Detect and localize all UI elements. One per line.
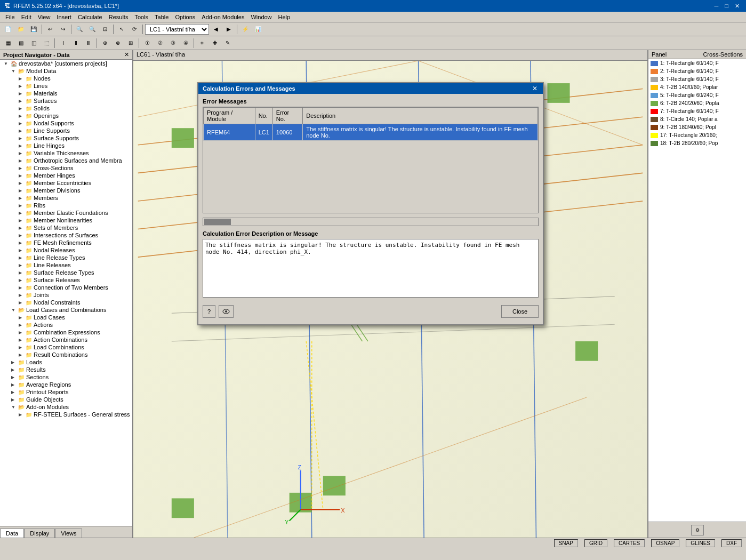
- tab-views[interactable]: Views: [55, 529, 82, 538]
- nav-item-47[interactable]: ▶📁RF-STEEL Surfaces - General stress: [0, 411, 132, 418]
- nav-item-27[interactable]: ▶📁Line Releases: [0, 261, 132, 269]
- nav-item-26[interactable]: ▶📁Line Release Types: [0, 254, 132, 261]
- nav-item-38[interactable]: ▶📁Load Combinations: [0, 343, 132, 351]
- cs-item-0[interactable]: 1: T-Rectangle 60/140; F: [648, 59, 746, 67]
- nav-item-41[interactable]: ▶📁Results: [0, 366, 132, 373]
- nav-item-13[interactable]: ▶📁Orthotropic Surfaces and Membra: [0, 157, 132, 164]
- tab-data[interactable]: Data: [0, 529, 24, 538]
- nav-item-44[interactable]: ▶📁Printout Reports: [0, 388, 132, 396]
- zoom-out-button[interactable]: 🔍: [86, 23, 98, 35]
- help-button[interactable]: ?: [203, 305, 215, 318]
- nav-item-30[interactable]: ▶📁Connection of Two Members: [0, 284, 132, 291]
- cross-section-list[interactable]: 1: T-Rectangle 60/140; F2: T-Rectangle 6…: [648, 59, 746, 522]
- tb2-btn10[interactable]: ⊞: [125, 37, 137, 49]
- select-button[interactable]: ↖: [116, 23, 127, 35]
- nav-item-4[interactable]: ▶📁Materials: [0, 90, 132, 97]
- calculation-errors-modal[interactable]: Calculation Errors and Messages ✕ Error …: [197, 82, 544, 325]
- menu-table[interactable]: Table: [151, 13, 172, 21]
- nav-item-8[interactable]: ▶📁Nodal Supports: [0, 119, 132, 127]
- nav-item-10[interactable]: ▶📁Surface Supports: [0, 134, 132, 142]
- close-dialog-button[interactable]: Close: [501, 305, 539, 318]
- tb2-btn2[interactable]: ▧: [15, 37, 27, 49]
- modal-close-button[interactable]: ✕: [531, 85, 539, 92]
- nav-item-14[interactable]: ▶📁Cross-Sections: [0, 164, 132, 172]
- nav-item-12[interactable]: ▶📁Variable Thicknesses: [0, 149, 132, 157]
- right-panel-settings[interactable]: ⚙: [691, 525, 704, 535]
- tb2-btn16[interactable]: ✚: [209, 37, 221, 49]
- cs-item-3[interactable]: 4: T-2B 140/0/60; Poplar: [648, 83, 746, 91]
- error-row-0[interactable]: RFEM64LC110060The stiffness matrix is si…: [204, 124, 538, 141]
- dxf-button[interactable]: DXF: [721, 539, 742, 547]
- zoom-in-button[interactable]: 🔍: [74, 23, 85, 35]
- desc-textarea[interactable]: [203, 239, 539, 298]
- nav-tree[interactable]: ▼🏠drevostavba* [customers projects]▼📂Mod…: [0, 60, 132, 526]
- cs-item-9[interactable]: 17: T-Rectangle 20/160;: [648, 131, 746, 139]
- nav-item-21[interactable]: ▶📁Member Nonlinearities: [0, 217, 132, 224]
- glines-button[interactable]: GLINES: [686, 539, 715, 547]
- osnap-button[interactable]: OSNAP: [651, 539, 679, 547]
- tb2-btn6[interactable]: Ⅱ: [70, 37, 82, 49]
- nav-item-46[interactable]: ▼📂Add-on Modules: [0, 403, 132, 411]
- menu-options[interactable]: Options: [172, 13, 198, 21]
- menu-help[interactable]: Help: [275, 13, 294, 21]
- menu-calculate[interactable]: Calculate: [75, 13, 106, 21]
- menu-results[interactable]: Results: [106, 13, 132, 21]
- fit-button[interactable]: ⊡: [99, 23, 111, 35]
- tb2-btn5[interactable]: Ⅰ: [57, 37, 69, 49]
- menu-insert[interactable]: Insert: [53, 13, 75, 21]
- tb2-btn11[interactable]: ①: [141, 37, 153, 49]
- tb2-btn8[interactable]: ⊕: [99, 37, 111, 49]
- grid-button[interactable]: GRID: [584, 539, 607, 547]
- rotate-button[interactable]: ⟳: [129, 23, 140, 35]
- menu-tools[interactable]: Tools: [131, 13, 151, 21]
- tab-display[interactable]: Display: [24, 529, 55, 538]
- tb2-btn13[interactable]: ③: [167, 37, 179, 49]
- error-table-wrapper[interactable]: Program / Module No. Error No. Descripti…: [203, 107, 539, 213]
- tb2-btn12[interactable]: ②: [154, 37, 166, 49]
- navigator-close[interactable]: ✕: [124, 51, 129, 58]
- tb2-btn4[interactable]: ⬚: [41, 37, 52, 49]
- nav-item-34[interactable]: ▶📁Load Cases: [0, 314, 132, 321]
- nav-item-3[interactable]: ▶📁Lines: [0, 82, 132, 90]
- nav-item-22[interactable]: ▶📁Sets of Members: [0, 224, 132, 231]
- nav-item-19[interactable]: ▶📁Ribs: [0, 202, 132, 209]
- cs-item-10[interactable]: 18: T-2B 280/20/60; Pop: [648, 139, 746, 147]
- cs-item-7[interactable]: 8: T-Circle 140; Poplar a: [648, 115, 746, 123]
- nav-item-18[interactable]: ▶📁Members: [0, 194, 132, 202]
- cs-item-2[interactable]: 3: T-Rectangle 60/140; F: [648, 75, 746, 83]
- cs-item-5[interactable]: 6: T-2B 240/20/60; Popla: [648, 99, 746, 107]
- nav-item-9[interactable]: ▶📁Line Supports: [0, 127, 132, 134]
- cs-item-6[interactable]: 7: T-Rectangle 60/140; F: [648, 107, 746, 115]
- nav-item-16[interactable]: ▶📁Member Eccentricities: [0, 179, 132, 187]
- nav-item-33[interactable]: ▼📂Load Cases and Combinations: [0, 306, 132, 314]
- nav-item-29[interactable]: ▶📁Surface Releases: [0, 276, 132, 284]
- nav-item-7[interactable]: ▶📁Openings: [0, 112, 132, 119]
- tb2-btn14[interactable]: ④: [180, 37, 191, 49]
- cartes-button[interactable]: CARTES: [614, 539, 645, 547]
- save-button[interactable]: 💾: [28, 23, 39, 35]
- cs-item-4[interactable]: 5: T-Rectangle 60/240; F: [648, 91, 746, 99]
- calculate-button[interactable]: ⚡: [239, 23, 251, 35]
- prev-lc-button[interactable]: ◀: [210, 23, 222, 35]
- menu-window[interactable]: Window: [247, 13, 275, 21]
- cs-item-1[interactable]: 2: T-Rectangle 60/140; F: [648, 67, 746, 75]
- nav-item-6[interactable]: ▶📁Solids: [0, 105, 132, 112]
- nav-item-31[interactable]: ▶📁Joints: [0, 291, 132, 299]
- tb2-btn3[interactable]: ◫: [28, 37, 39, 49]
- menu-addon[interactable]: Add-on Modules: [198, 13, 247, 21]
- nav-item-2[interactable]: ▶📁Nodes: [0, 75, 132, 82]
- nav-item-43[interactable]: ▶📁Average Regions: [0, 381, 132, 388]
- nav-item-23[interactable]: ▶📁Intersections of Surfaces: [0, 231, 132, 239]
- nav-item-37[interactable]: ▶📁Action Combinations: [0, 336, 132, 343]
- nav-item-11[interactable]: ▶📁Line Hinges: [0, 142, 132, 149]
- tb2-btn17[interactable]: ✎: [222, 37, 234, 49]
- nav-item-15[interactable]: ▶📁Member Hinges: [0, 172, 132, 179]
- load-case-combo[interactable]: LC1 - Vlastní tíha: [145, 24, 209, 35]
- nav-item-32[interactable]: ▶📁Nodal Constraints: [0, 299, 132, 306]
- nav-item-17[interactable]: ▶📁Member Divisions: [0, 187, 132, 194]
- nav-item-24[interactable]: ▶📁FE Mesh Refinements: [0, 239, 132, 246]
- next-lc-button[interactable]: ▶: [223, 23, 235, 35]
- nav-item-5[interactable]: ▶📁Surfaces: [0, 97, 132, 105]
- new-button[interactable]: 📄: [2, 23, 14, 35]
- nav-item-1[interactable]: ▼📂Model Data: [0, 67, 132, 75]
